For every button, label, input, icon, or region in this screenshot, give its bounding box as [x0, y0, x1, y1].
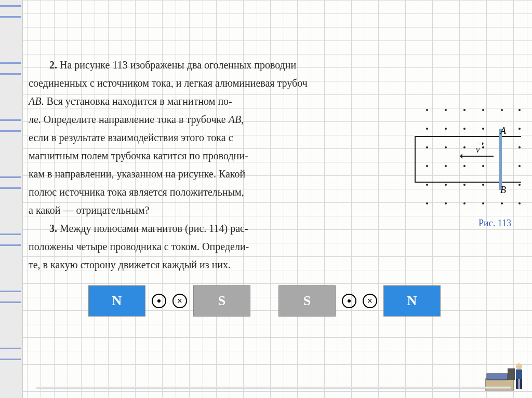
svg-rect-1 — [487, 374, 508, 380]
figure-114: N × S S × N — [88, 285, 441, 317]
problem-2: 2. На рисунке 113 изображены два оголенн… — [29, 57, 522, 73]
figure-113: v A B — [415, 105, 524, 214]
problem-3-num: 3. — [49, 223, 57, 234]
rod-AB — [499, 129, 502, 190]
svg-rect-5 — [516, 379, 518, 389]
current-in-icon: × — [363, 294, 377, 308]
magnet-S-right: S — [278, 285, 336, 317]
p3-line2: положены четыре проводника с током. Опре… — [29, 239, 522, 255]
svg-rect-6 — [520, 379, 522, 389]
figure-113-caption: Рис. 113 — [478, 218, 511, 229]
problem-3: 3. Между полюсами магнитов (рис. 114) ра… — [29, 221, 522, 237]
conductor-frame — [415, 136, 521, 183]
svg-rect-4 — [516, 369, 522, 379]
footer-divider — [36, 387, 511, 389]
current-out-icon — [342, 294, 356, 308]
magnet-N-right: N — [383, 285, 441, 317]
label-B: B — [500, 185, 506, 196]
magnet-N-left: N — [88, 285, 145, 317]
p2-line2: соединенных с источником тока, и легкая … — [29, 75, 522, 91]
velocity-label: v — [476, 145, 480, 155]
spiral-binding — [0, 0, 23, 398]
problem-2-num: 2. — [49, 59, 57, 71]
svg-rect-2 — [508, 368, 515, 380]
magnet-S-left: S — [193, 285, 250, 317]
velocity-arrow-icon — [461, 156, 494, 157]
svg-point-3 — [516, 363, 522, 369]
p3-line3: те, в какую сторону движется каждый из н… — [29, 257, 522, 273]
current-in-icon: × — [172, 294, 187, 308]
current-out-icon — [152, 294, 166, 308]
label-A: A — [500, 126, 506, 136]
